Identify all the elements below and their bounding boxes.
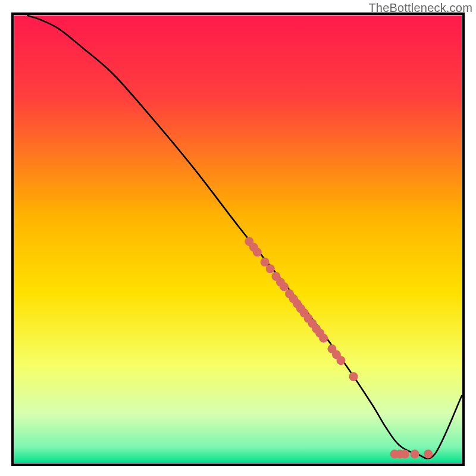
chart-container: TheBottleneck.com <box>0 0 476 476</box>
plot-area <box>12 14 464 465</box>
chart-background <box>14 15 462 463</box>
data-point <box>319 334 328 343</box>
data-point <box>424 449 433 458</box>
data-point <box>336 356 345 365</box>
data-point <box>400 449 409 458</box>
data-point <box>349 372 358 381</box>
data-point <box>411 449 419 458</box>
data-point <box>253 248 262 256</box>
watermark-text: TheBottleneck.com <box>368 1 472 15</box>
data-point <box>280 282 289 291</box>
chart-svg <box>0 0 476 476</box>
data-point <box>266 264 275 273</box>
